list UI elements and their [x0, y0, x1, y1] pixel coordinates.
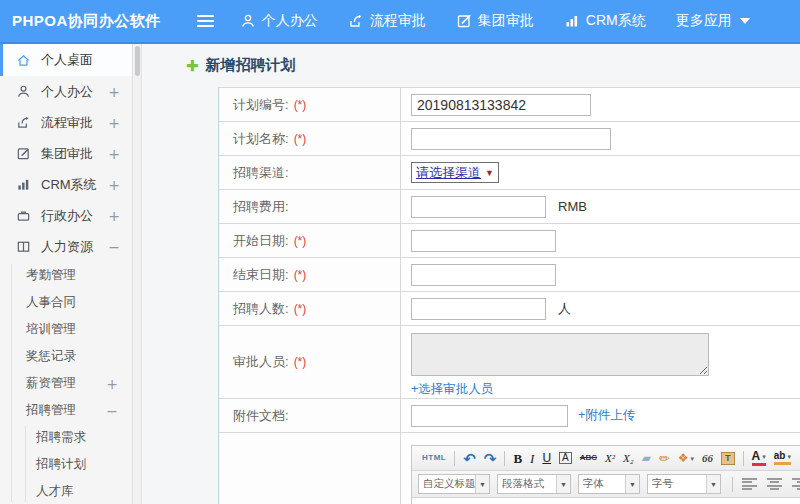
toolbar-separator [732, 477, 733, 492]
main-content: ✚ 新增招聘计划 计划编号: (*) 计划名称: (*) 招聘渠道: [143, 44, 800, 504]
form-row-cost: 招聘费用: RMB [219, 190, 800, 224]
label-text: 招聘人数: [233, 300, 289, 318]
expand-plus-icon[interactable]: + [106, 376, 118, 392]
sidebar-subitem-attendance[interactable]: 考勤管理 [0, 262, 132, 289]
underline-button[interactable]: U [542, 452, 551, 464]
bold-button[interactable]: B [513, 452, 522, 465]
italic-button[interactable]: I [530, 452, 534, 465]
plan-name-input[interactable] [411, 128, 611, 150]
currency-suffix: RMB [558, 199, 587, 214]
sidebar-subitem-training[interactable]: 培训管理 [0, 316, 132, 343]
nested-indent-guide [25, 426, 26, 502]
form-row-plan-number: 计划编号: (*) [219, 88, 800, 122]
required-mark: (*) [294, 355, 307, 369]
nav-crm-system[interactable]: CRM系统 [564, 12, 646, 30]
end-date-input[interactable] [411, 264, 556, 286]
briefcase-icon [16, 208, 33, 223]
sidebar-subitem-recruit-demand[interactable]: 招聘需求 [0, 424, 132, 451]
style-combo[interactable]: 自定义标题 ▼ [418, 474, 490, 494]
sidebar-subitem-hr-contract[interactable]: 人事合同 [0, 289, 132, 316]
field-label: 招聘费用: [219, 190, 401, 223]
sidebar-scrollbar[interactable] [134, 44, 142, 504]
editor-content-area[interactable] [412, 498, 800, 504]
sidebar-subitem-salary[interactable]: 薪资管理 + [0, 370, 132, 397]
combo-label: 字体 [579, 477, 625, 491]
plan-number-input[interactable] [411, 94, 591, 116]
sidebar-item-hr[interactable]: 人力资源 − [0, 231, 132, 262]
top-header: PHPOA协同办公软件 个人办公 流程审批 集团审批 [0, 0, 800, 44]
sidebar-item-admin-office[interactable]: 行政办公 + [0, 200, 132, 231]
field-label [219, 433, 401, 504]
select-approver-link[interactable]: +选择审批人员 [411, 381, 493, 398]
nav-group-approval[interactable]: 集团审批 [456, 12, 534, 30]
start-date-input[interactable] [411, 230, 556, 252]
align-center-icon[interactable] [767, 478, 782, 490]
blockquote-button[interactable]: 66 [702, 453, 713, 464]
app-logo: PHPOA协同办公软件 [12, 12, 161, 31]
sidebar-subitem-recruit-plan[interactable]: 招聘计划 [0, 451, 132, 478]
label-text: 计划编号: [233, 96, 289, 114]
channel-select[interactable]: 请选择渠道 ▼ [411, 162, 499, 183]
combo-caret-icon: ▼ [706, 475, 720, 493]
field-value [401, 258, 800, 291]
expand-plus-icon[interactable]: + [108, 84, 120, 100]
format-painter-button[interactable]: ❖▾ [678, 452, 694, 464]
form-row-attachment: 附件文档: +附件上传 [219, 399, 800, 433]
nav-personal-office[interactable]: 个人办公 [240, 12, 318, 30]
editor-toolbar-row1: HTML↶↷BIUAABCX²X₂▰✏❖▾66TA▾ab▾ [412, 446, 800, 471]
expand-plus-icon[interactable]: + [108, 115, 120, 131]
sidebar-item-group-approval[interactable]: 集团审批 + [0, 138, 132, 169]
collapse-minus-icon[interactable]: − [106, 403, 118, 419]
sub-item-label: 招聘需求 [36, 429, 86, 446]
headcount-input[interactable] [411, 298, 546, 320]
attachment-upload-link[interactable]: +附件上传 [578, 407, 635, 424]
field-value: +附件上传 [401, 399, 800, 432]
sub-item-label: 考勤管理 [26, 267, 76, 284]
recruit-plan-form: 计划编号: (*) 计划名称: (*) 招聘渠道: 请选择渠道 [218, 87, 800, 504]
caret-down-icon [740, 18, 750, 24]
superscript-button[interactable]: X² [605, 453, 615, 464]
font-color-button[interactable]: A▾ [752, 450, 766, 466]
sidebar-item-crm[interactable]: CRM系统 + [0, 169, 132, 200]
select-caret-icon: ▼ [485, 168, 494, 178]
expand-plus-icon[interactable]: + [108, 177, 120, 193]
attachment-input[interactable] [411, 405, 568, 427]
hamburger-icon[interactable] [197, 12, 214, 30]
user-icon [240, 13, 256, 29]
align-right-icon[interactable] [792, 478, 800, 490]
nav-workflow-approval[interactable]: 流程审批 [348, 12, 426, 30]
form-row-start-date: 开始日期: (*) [219, 224, 800, 258]
html-source-button[interactable]: HTML [422, 454, 446, 462]
char-border-button[interactable]: A [559, 452, 572, 464]
approver-field[interactable] [411, 333, 709, 376]
sidebar-subitem-rewards[interactable]: 奖惩记录 [0, 343, 132, 370]
paste-text-button[interactable]: T [721, 452, 735, 465]
font-combo[interactable]: 字体 ▼ [578, 474, 640, 494]
sidebar-scrollbar-thumb[interactable] [135, 46, 140, 76]
expand-plus-icon[interactable]: + [108, 146, 120, 162]
book-icon [16, 239, 33, 254]
cost-input[interactable] [411, 196, 546, 218]
sidebar-item-workflow-approval[interactable]: 流程审批 + [0, 107, 132, 138]
eraser-button[interactable]: ▰ [642, 452, 651, 464]
undo-button[interactable]: ↶ [463, 451, 476, 466]
expand-plus-icon[interactable]: + [108, 208, 120, 224]
sub-item-label: 人才库 [36, 483, 74, 500]
subscript-button[interactable]: X₂ [623, 453, 634, 464]
align-left-icon[interactable] [742, 478, 757, 490]
sidebar-item-personal-office[interactable]: 个人办公 + [0, 76, 132, 107]
required-mark: (*) [294, 302, 307, 316]
edit-icon [16, 146, 33, 161]
fontsize-combo[interactable]: 字号 ▼ [647, 474, 721, 494]
form-row-plan-name: 计划名称: (*) [219, 122, 800, 156]
collapse-minus-icon[interactable]: − [108, 239, 120, 255]
format-brush-button[interactable]: ✏ [659, 452, 670, 465]
paragraph-combo[interactable]: 段落格式 ▼ [497, 474, 571, 494]
nav-more-apps[interactable]: 更多应用 [676, 12, 750, 30]
sidebar-subitem-talent-pool[interactable]: 人才库 [0, 478, 132, 504]
sidebar-item-desktop[interactable]: 个人桌面 [0, 44, 132, 76]
redo-button[interactable]: ↷ [484, 451, 497, 466]
highlight-button[interactable]: ab▾ [774, 451, 791, 465]
strikethrough-button[interactable]: ABC [580, 454, 597, 462]
sidebar-subitem-recruit-mgmt[interactable]: 招聘管理 − [0, 397, 132, 424]
